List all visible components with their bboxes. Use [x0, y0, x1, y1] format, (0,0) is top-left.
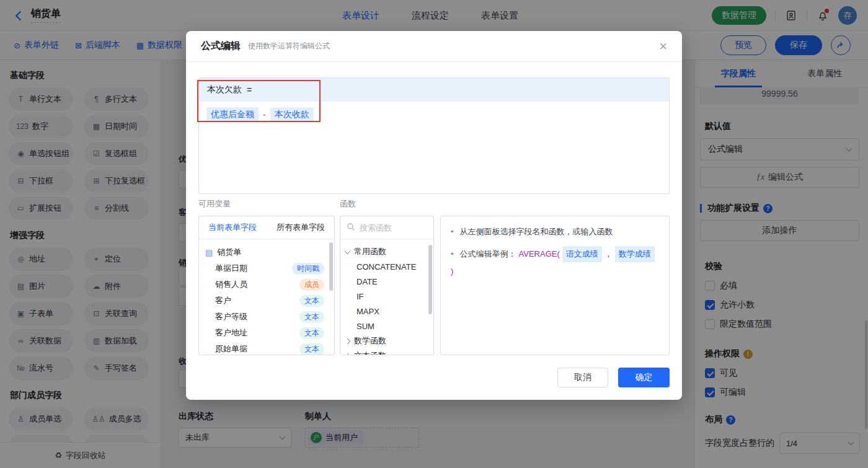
modal-subtitle: 使用数学运算符编辑公式 [248, 41, 330, 51]
variable-item[interactable]: 原始单据 文本 [199, 341, 334, 355]
variables-tab[interactable]: 所有表单字段 [277, 222, 325, 233]
variables-label: 可用变量 [198, 198, 231, 210]
variable-item[interactable]: 客户等级 文本 [199, 309, 334, 325]
scrollbar-thumb[interactable] [329, 242, 333, 291]
scrollbar-thumb[interactable] [428, 245, 432, 314]
search-icon [347, 223, 355, 233]
variables-tree: ▤ 销货单 单据日期 时间戳 销售人员 成员 [199, 239, 334, 355]
confirm-button[interactable]: 确定 [618, 368, 670, 387]
modal-footer: 取消 确定 [557, 368, 670, 387]
function-item[interactable]: IF [340, 289, 433, 304]
minus-operator: - [263, 110, 266, 120]
formula-expression: 优惠后金额 - 本次收款 [199, 102, 669, 128]
form-doc-icon: ▤ [205, 248, 213, 257]
bullet-icon: • [451, 225, 454, 239]
formula-target-bar: 本次欠款 = [199, 78, 669, 102]
tree-root-label: 销货单 [217, 247, 241, 258]
function-item[interactable]: CONCATENATE [340, 259, 433, 274]
type-badge: 时间戳 [292, 263, 324, 275]
functions-panel: 常用函数CONCATENATEDATEIFMAPXSUM数学函数文本函数 [340, 216, 434, 355]
close-icon[interactable]: × [659, 40, 667, 53]
variable-name: 原始单据 [215, 343, 247, 355]
example-field-token: 数学成绩 [615, 246, 655, 262]
function-item[interactable]: SUM [340, 319, 433, 333]
tips-panel: • 从左侧面板选择字段名和函数，或输入函数 • 公式编辑举例： AVERAGE(… [440, 216, 670, 355]
formula-field-token[interactable]: 本次收款 [270, 107, 314, 122]
variable-item[interactable]: 客户 文本 [199, 293, 334, 309]
variable-name: 销售人员 [215, 279, 247, 290]
type-badge: 文本 [299, 295, 324, 307]
variable-item[interactable]: 客户地址 文本 [199, 325, 334, 341]
variable-item[interactable]: 销售人员 成员 [199, 276, 334, 293]
variable-name: 客户等级 [215, 311, 247, 322]
variable-item[interactable]: 单据日期 时间戳 [199, 260, 334, 276]
formula-target: 本次欠款 [207, 84, 242, 95]
function-item[interactable]: 常用函数 [340, 244, 433, 259]
example-function-name: AVERAGE( [519, 247, 560, 261]
function-item[interactable]: DATE [340, 274, 433, 289]
variable-name: 客户地址 [215, 327, 247, 338]
function-search [340, 216, 433, 239]
bullet-icon: • [451, 247, 454, 261]
variable-rows: 单据日期 时间戳 销售人员 成员 客户 文本 [199, 260, 334, 355]
tip-text: 从左侧面板选择字段名和函数，或输入函数 [460, 225, 613, 239]
type-badge: 文本 [299, 327, 324, 339]
function-item[interactable]: 数学函数 [340, 333, 433, 348]
formula-edit-modal: 公式编辑 使用数学运算符编辑公式 × 本次欠款 = 优惠后金额 - 本次收款 可… [186, 31, 682, 400]
variable-name: 客户 [215, 295, 231, 306]
function-item[interactable]: 文本函数 [340, 348, 433, 355]
comma: ， [604, 247, 613, 261]
variables-tabs: 当前表单字段所有表单字段 [199, 216, 334, 239]
variable-name: 单据日期 [215, 263, 247, 274]
cancel-button[interactable]: 取消 [557, 368, 608, 387]
functions-label: 函数 [340, 198, 356, 210]
function-item[interactable]: MAPX [340, 304, 433, 319]
variables-tab[interactable]: 当前表单字段 [208, 222, 257, 233]
modal-header: 公式编辑 使用数学运算符编辑公式 × [186, 31, 682, 62]
function-list: 常用函数CONCATENATEDATEIFMAPXSUM数学函数文本函数 [340, 239, 433, 355]
type-badge: 文本 [299, 311, 324, 323]
modal-title: 公式编辑 [201, 40, 241, 53]
example-field-token: 语文成绩 [562, 246, 602, 262]
equals-sign: = [247, 85, 252, 95]
example-close-paren: ) [451, 265, 453, 278]
function-search-input[interactable] [360, 223, 422, 232]
app-screen: 销货单 表单设计流程设定表单设置 数据管理 存 [0, 0, 868, 468]
variables-panel: 当前表单字段所有表单字段 ▤ 销货单 单据日期 时间戳 销售人员 [198, 216, 335, 355]
formula-editor[interactable]: 本次欠款 = 优惠后金额 - 本次收款 [198, 77, 670, 194]
tip-line: • 从左侧面板选择字段名和函数，或输入函数 [451, 225, 659, 239]
formula-field-token[interactable]: 优惠后金额 [206, 107, 259, 122]
type-badge: 文本 [299, 343, 324, 355]
tree-root-item[interactable]: ▤ 销货单 [199, 244, 334, 260]
tip-line: • 公式编辑举例： AVERAGE( 语文成绩 ， 数学成绩 ) [451, 246, 659, 278]
type-badge: 成员 [299, 279, 324, 291]
tip-text: 公式编辑举例： [460, 247, 516, 261]
